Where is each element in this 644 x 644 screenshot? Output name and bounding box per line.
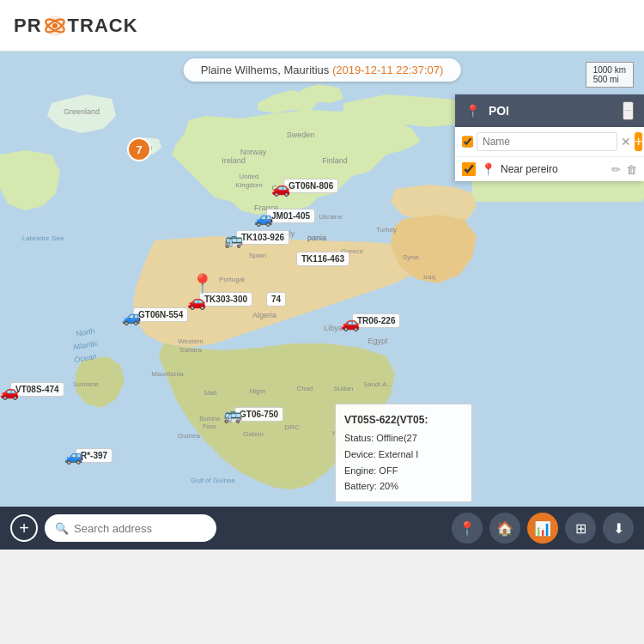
svg-text:Turkey: Turkey bbox=[376, 226, 397, 234]
poi-header: 📍 POI − bbox=[455, 94, 644, 127]
map-container[interactable]: Sweden Norway Finland Russia Greenland I… bbox=[0, 52, 644, 550]
poi-checkbox[interactable] bbox=[462, 135, 473, 149]
poi-panel: 📍 POI − ✕ + 📍 Near pereiro ✏ 🗑 bbox=[455, 94, 644, 181]
poi-clear-button[interactable]: ✕ bbox=[621, 135, 631, 149]
svg-text:Finland: Finland bbox=[322, 156, 348, 165]
svg-text:Sudan: Sudan bbox=[333, 385, 353, 392]
poi-item-row: 📍 Near pereiro ✏ 🗑 bbox=[455, 157, 644, 181]
svg-text:Gabon: Gabon bbox=[243, 430, 264, 438]
svg-text:Labrador Sea: Labrador Sea bbox=[22, 234, 64, 242]
svg-text:UnitedKingdom: UnitedKingdom bbox=[235, 173, 263, 189]
svg-text:Spain: Spain bbox=[249, 252, 266, 259]
svg-text:Norway: Norway bbox=[240, 148, 267, 156]
logo-text-before: PR bbox=[14, 15, 42, 37]
svg-text:Saudi A...: Saudi A... bbox=[363, 380, 392, 388]
svg-text:Suriname: Suriname bbox=[73, 381, 99, 387]
vehicle-label[interactable]: GT06N-806 bbox=[283, 179, 338, 193]
scale-bar: 1000 km 500 mi bbox=[586, 62, 634, 88]
svg-text:Mali: Mali bbox=[204, 389, 217, 397]
vehicle-icon: 🚗 bbox=[271, 179, 290, 197]
status-line1: Status: Offline(27 bbox=[344, 430, 463, 447]
vehicle-label[interactable]: 74 bbox=[266, 292, 286, 307]
svg-text:Guinea: Guinea bbox=[178, 432, 200, 440]
home-button[interactable]: 🏠 bbox=[489, 513, 520, 544]
status-line3: Engine: OFF bbox=[344, 463, 463, 479]
poi-minimize-button[interactable]: − bbox=[623, 101, 634, 120]
logo: PR TRACK bbox=[14, 15, 138, 37]
location-text: Plaine Wilhems, Mauritius bbox=[201, 64, 330, 76]
status-title: VT05S-622(VT05: bbox=[344, 411, 463, 428]
vehicle-label[interactable]: JM01-405 bbox=[266, 209, 315, 223]
poi-item-location-icon: 📍 bbox=[481, 162, 495, 176]
svg-text:Libya: Libya bbox=[324, 324, 343, 332]
vehicle-label[interactable]: GT06N-554 bbox=[133, 307, 188, 322]
add-circle-button[interactable]: + bbox=[10, 514, 38, 542]
poi-location-icon: 📍 bbox=[465, 104, 480, 118]
svg-text:Algeria: Algeria bbox=[252, 311, 276, 319]
svg-text:Sweden: Sweden bbox=[287, 131, 315, 139]
chart-button[interactable]: 📊 bbox=[527, 513, 558, 544]
search-input[interactable] bbox=[74, 522, 206, 535]
vehicle-icon: 🚌 bbox=[224, 230, 243, 249]
poi-search-input[interactable] bbox=[477, 132, 617, 151]
vehicle-label[interactable]: TK116-463 bbox=[296, 252, 349, 266]
status-line2: Device: External I bbox=[344, 447, 463, 463]
poi-item-name: Near pereiro bbox=[501, 163, 606, 175]
map-pin[interactable]: 📍 bbox=[191, 273, 214, 295]
svg-text:Niger: Niger bbox=[249, 387, 265, 395]
vehicle-icon: 🚗 bbox=[0, 382, 19, 401]
svg-text:WesternSahara: WesternSahara bbox=[178, 337, 204, 354]
vehicle-icon: 🚌 bbox=[223, 405, 242, 424]
svg-text:Ireland: Ireland bbox=[222, 156, 246, 165]
svg-point-3 bbox=[52, 23, 58, 28]
poi-title: POI bbox=[489, 104, 509, 118]
country-label-fragment: pania bbox=[307, 234, 326, 242]
svg-text:DRC: DRC bbox=[284, 423, 300, 431]
grid-button[interactable]: ⊞ bbox=[565, 513, 596, 544]
svg-text:Ukraine: Ukraine bbox=[319, 213, 343, 221]
poi-delete-button[interactable]: 🗑 bbox=[626, 163, 637, 176]
vehicle-icon: 🚙 bbox=[254, 209, 273, 228]
svg-text:Iraq: Iraq bbox=[423, 273, 435, 281]
svg-text:Chad: Chad bbox=[296, 385, 313, 392]
svg-text:Portugal: Portugal bbox=[219, 276, 245, 283]
location-button[interactable]: 📍 bbox=[452, 513, 483, 544]
status-popup: VT05S-622(VT05: Status: Offline(27 Devic… bbox=[335, 404, 472, 502]
location-bar: Plaine Wilhems, Mauritius (2019-12-11 22… bbox=[184, 58, 461, 82]
bottom-bar: + 🔍 📍 🏠 📊 ⊞ ⬇ bbox=[0, 507, 644, 550]
scale-line2: 500 mi bbox=[593, 75, 626, 84]
cluster-marker[interactable]: 7 bbox=[127, 137, 151, 161]
svg-text:Syria: Syria bbox=[403, 253, 419, 261]
vehicle-icon: 🚙 bbox=[122, 307, 141, 326]
svg-text:Egypt: Egypt bbox=[368, 337, 388, 345]
header: PR TRACK bbox=[0, 0, 644, 52]
poi-search-row: ✕ + bbox=[455, 127, 644, 157]
vehicle-icon: 🚙 bbox=[64, 447, 83, 465]
scale-line1: 1000 km bbox=[593, 65, 626, 75]
svg-text:Greenland: Greenland bbox=[64, 107, 100, 116]
logo-icon bbox=[44, 15, 66, 37]
download-button[interactable]: ⬇ bbox=[603, 513, 634, 544]
poi-add-button[interactable]: + bbox=[635, 132, 642, 151]
poi-edit-button[interactable]: ✏ bbox=[611, 163, 621, 176]
svg-text:Mauritania: Mauritania bbox=[151, 370, 184, 378]
logo-text-after: TRACK bbox=[68, 15, 138, 37]
search-icon: 🔍 bbox=[55, 522, 69, 535]
svg-text:Gulf of Guinea: Gulf of Guinea bbox=[191, 477, 235, 484]
vehicle-icon: 🚗 bbox=[341, 313, 360, 332]
status-line4: Battery: 20% bbox=[344, 478, 463, 495]
location-datetime: (2019-12-11 22:37:07) bbox=[332, 64, 443, 76]
vehicle-label[interactable]: TK103-926 bbox=[236, 230, 289, 245]
search-bar: 🔍 bbox=[45, 514, 216, 542]
poi-item-checkbox[interactable] bbox=[462, 162, 476, 176]
